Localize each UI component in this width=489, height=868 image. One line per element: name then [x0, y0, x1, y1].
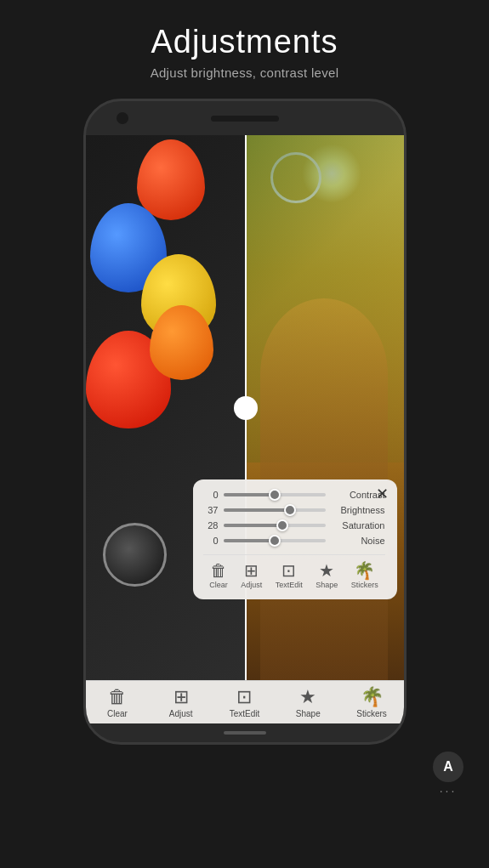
- phone-frame: ✕ 0 Contrast 37 Brightness 28: [83, 99, 407, 745]
- toolbar-stickers-label: Stickers: [356, 709, 387, 718]
- popup-tool-shape[interactable]: ★ Shape: [316, 562, 338, 589]
- toolbar-adjust-label: Adjust: [169, 709, 193, 718]
- phone-speaker: [211, 116, 279, 122]
- noise-track[interactable]: [224, 539, 326, 542]
- noise-label: Noise: [333, 536, 385, 546]
- shape-icon: ★: [319, 562, 334, 579]
- stickers-label: Stickers: [351, 581, 378, 589]
- stickers-icon: 🌴: [354, 562, 375, 579]
- dark-circle: [103, 523, 167, 587]
- shape-label: Shape: [316, 581, 338, 589]
- popup-toolbar: 🗑 Clear ⊞ Adjust ⊡ TextEdit ★ Shape 🌴: [203, 554, 385, 589]
- popup-tool-stickers[interactable]: 🌴 Stickers: [351, 562, 378, 589]
- brand-badge: A ···: [433, 752, 463, 797]
- page-title: Adjustments: [0, 24, 489, 60]
- saturation-value: 28: [203, 520, 219, 530]
- textedit-icon: ⊡: [281, 562, 296, 579]
- toolbar-clear[interactable]: 🗑 Clear: [94, 688, 140, 718]
- bottom-area: A ···: [0, 752, 489, 797]
- clear-label: Clear: [209, 581, 228, 589]
- home-indicator: [224, 731, 266, 735]
- phone-camera: [117, 112, 128, 124]
- saturation-label: Saturation: [333, 520, 385, 530]
- popup-tool-clear[interactable]: 🗑 Clear: [209, 562, 228, 589]
- toolbar-textedit-label: TextEdit: [230, 709, 260, 718]
- divider-handle[interactable]: [234, 396, 258, 420]
- brand-dots: ···: [440, 784, 458, 797]
- brightness-label: Brightness: [333, 505, 385, 515]
- page-subtitle: Adjust brightness, contrast level: [0, 65, 489, 80]
- adjust-icon: ⊞: [244, 562, 259, 579]
- brightness-track[interactable]: [224, 508, 326, 512]
- toolbar-textedit[interactable]: ⊡ TextEdit: [221, 688, 268, 718]
- header: Adjustments Adjust brightness, contrast …: [0, 0, 489, 88]
- contrast-row: 0 Contrast: [203, 490, 385, 500]
- contrast-track[interactable]: [224, 493, 326, 496]
- noise-value: 0: [203, 536, 219, 546]
- photo-container: ✕ 0 Contrast 37 Brightness 28: [86, 135, 404, 680]
- noise-row: 0 Noise: [203, 536, 385, 546]
- phone-top: [86, 101, 404, 135]
- brand-icon: A: [433, 752, 463, 782]
- balloon-red-top: [137, 139, 205, 220]
- close-icon[interactable]: ✕: [376, 486, 389, 502]
- phone-bottom: [224, 723, 266, 742]
- brightness-row: 37 Brightness: [203, 505, 385, 515]
- toolbar-shape-icon: ★: [299, 688, 316, 706]
- toolbar-adjust-icon: ⊞: [173, 688, 189, 706]
- popup-tool-adjust[interactable]: ⊞ Adjust: [241, 562, 262, 589]
- toolbar-adjust[interactable]: ⊞ Adjust: [157, 688, 204, 718]
- bottom-toolbar: 🗑 Clear ⊞ Adjust ⊡ TextEdit ★ Shape 🌴 St…: [86, 680, 404, 723]
- toolbar-stickers[interactable]: 🌴 Stickers: [349, 688, 395, 718]
- contrast-value: 0: [203, 490, 219, 500]
- adjustment-popup: ✕ 0 Contrast 37 Brightness 28: [193, 479, 397, 599]
- popup-tool-textedit[interactable]: ⊡ TextEdit: [276, 562, 303, 589]
- toolbar-textedit-icon: ⊡: [236, 688, 252, 706]
- toolbar-shape[interactable]: ★ Shape: [285, 688, 332, 718]
- adjust-label: Adjust: [241, 581, 262, 589]
- textedit-label: TextEdit: [276, 581, 303, 589]
- toolbar-stickers-icon: 🌴: [361, 688, 384, 706]
- clear-icon: 🗑: [210, 562, 227, 579]
- toolbar-clear-label: Clear: [107, 709, 128, 718]
- toolbar-shape-label: Shape: [296, 709, 321, 718]
- brightness-value: 37: [203, 505, 219, 515]
- saturation-track[interactable]: [224, 524, 326, 527]
- saturation-row: 28 Saturation: [203, 520, 385, 530]
- toolbar-clear-icon: 🗑: [108, 688, 127, 706]
